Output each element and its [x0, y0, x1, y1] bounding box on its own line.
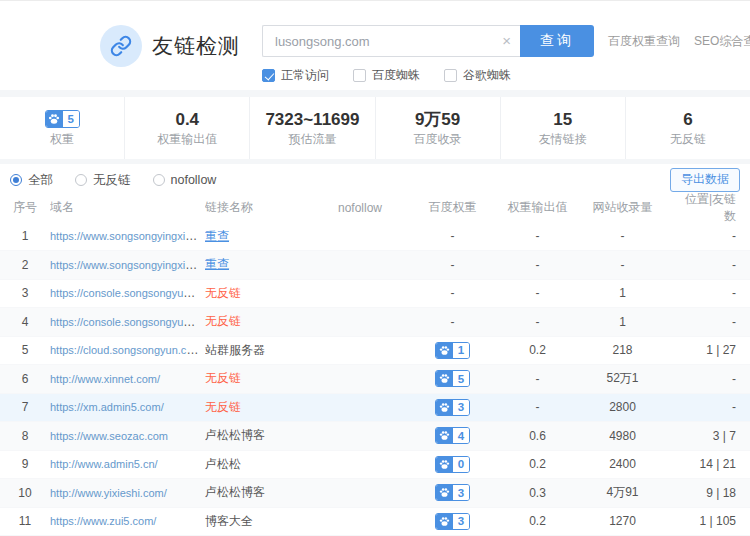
position-links-cell: 9 | 18 [675, 486, 750, 500]
domain-link[interactable]: https://www.songsongyingxiao.co... [50, 258, 205, 272]
table-row: 1 https://www.songsongyingxiao.com/ 重查 -… [0, 223, 750, 252]
header: 友链检测 × 查询 百度权重查询 SEO综合查询 正常访问 [0, 1, 750, 90]
table-row: 9 http://www.admin5.cn/ 卢松松 0 0.2 2400 1… [0, 451, 750, 480]
section-divider [0, 90, 750, 97]
domain-link[interactable]: http://www.yixieshi.com/ [50, 487, 167, 499]
indexed-count-cell: 218 [570, 343, 675, 357]
baidu-weight-value: 3 [453, 485, 469, 500]
baidu-weight-cell: - [400, 258, 505, 272]
row-index: 8 [0, 429, 50, 443]
domain-link[interactable]: https://console.songsongyun.com/... [50, 286, 205, 300]
baidu-paw-icon [436, 457, 453, 472]
radio-nofollow[interactable]: nofollow [153, 173, 217, 187]
weight-output-cell: - [505, 258, 570, 272]
col-header-nofollow: nofollow [320, 201, 400, 215]
chain-link-icon [100, 25, 142, 67]
domain-link[interactable]: https://www.zui5.com/ [50, 515, 156, 527]
domain-link[interactable]: https://xm.admin5.com/ [50, 401, 164, 413]
row-index: 3 [0, 286, 50, 300]
baidu-weight-value: 1 [453, 343, 469, 358]
baidu-weight-badge: 3 [435, 399, 470, 416]
baidu-weight-badge: 3 [435, 484, 470, 501]
baidu-weight-cell: 5 [400, 370, 505, 387]
stat-value: 9万59 [415, 111, 460, 128]
col-header-index: 序号 [0, 199, 50, 216]
position-links-cell: - [675, 286, 750, 300]
checkbox-normal-access[interactable]: 正常访问 [262, 67, 329, 84]
no-backlink-tag: 无反链 [205, 371, 241, 385]
row-index: 1 [0, 229, 50, 243]
domain-link[interactable]: http://www.xinnet.com/ [50, 373, 160, 385]
baidu-weight-value: 4 [453, 428, 469, 443]
checkbox-label: 谷歌蜘蛛 [463, 67, 511, 84]
baidu-paw-icon [436, 343, 453, 358]
domain-link[interactable]: http://www.admin5.cn/ [50, 458, 158, 470]
radio-all[interactable]: 全部 [10, 172, 53, 189]
table-row: 10 http://www.yixieshi.com/ 卢松松博客 3 0.3 … [0, 479, 750, 508]
checkbox-label: 正常访问 [281, 67, 329, 84]
position-links-cell: 14 | 21 [675, 457, 750, 471]
seo-comprehensive-query-link[interactable]: SEO综合查询 [694, 33, 750, 50]
domain-link[interactable]: https://www.songsongyingxiao.com/ [50, 229, 205, 243]
export-data-button[interactable]: 导出数据 [670, 168, 740, 192]
baidu-weight-badge: 4 [435, 427, 470, 444]
radio-label: nofollow [171, 173, 217, 187]
table-row: 5 https://cloud.songsongyun.com/ 站群服务器 1… [0, 337, 750, 366]
search-input[interactable] [262, 25, 520, 57]
domain-link[interactable]: https://cloud.songsongyun.com/ [50, 343, 205, 357]
baidu-paw-icon [46, 111, 63, 127]
checkbox-baidu-spider[interactable]: 百度蜘蛛 [353, 67, 420, 84]
row-index: 7 [0, 400, 50, 414]
link-name-cell: 无反链 [205, 399, 320, 416]
stat-label: 权重 [50, 133, 74, 145]
domain-link[interactable]: https://www.seozac.com [50, 430, 168, 442]
checkbox-google-spider[interactable]: 谷歌蜘蛛 [444, 67, 511, 84]
baidu-weight-badge: 1 [435, 342, 470, 359]
query-button[interactable]: 查询 [520, 25, 594, 57]
baidu-weight-badge: 0 [435, 456, 470, 473]
link-name-cell: 无反链 [205, 285, 320, 302]
link-name-cell: 无反链 [205, 313, 320, 330]
table-header: 序号 域名 链接名称 nofollow 百度权重 权重输出值 网站收录量 位置|… [0, 193, 750, 223]
stat-label: 预估流量 [288, 133, 336, 145]
baidu-weight-cell: 4 [400, 427, 505, 444]
baidu-weight-cell: - [400, 229, 505, 243]
link-name-cell: 卢松松博客 [205, 484, 320, 501]
recheck-link[interactable]: 重查 [205, 229, 229, 243]
indexed-count-cell: - [570, 258, 675, 272]
recheck-link[interactable]: 重查 [205, 257, 229, 271]
baidu-weight-cell: 3 [400, 484, 505, 501]
row-index: 6 [0, 372, 50, 386]
link-name-cell: 博客大全 [205, 513, 320, 530]
table-row: 6 http://www.xinnet.com/ 无反链 5 - 52万1 - [0, 365, 750, 394]
row-index: 10 [0, 486, 50, 500]
baidu-weight-cell: - [400, 315, 505, 329]
clear-input-icon[interactable]: × [502, 32, 511, 50]
row-index: 11 [0, 514, 50, 528]
baidu-weight-cell: 3 [400, 513, 505, 530]
stat-label: 百度收录 [414, 133, 462, 145]
stat-no-backlink: 6 无反链 [625, 97, 750, 159]
row-index: 4 [0, 315, 50, 329]
checkbox-icon [444, 69, 457, 82]
radio-icon [10, 174, 22, 186]
checkbox-label: 百度蜘蛛 [372, 67, 420, 84]
link-name-cell: 卢松松 [205, 456, 320, 473]
indexed-count-cell: 2800 [570, 400, 675, 414]
row-index: 9 [0, 457, 50, 471]
weight-output-cell: - [505, 400, 570, 414]
filter-bar: 全部 无反链 nofollow 导出数据 [0, 168, 750, 193]
indexed-count-cell: 1270 [570, 514, 675, 528]
domain-link[interactable]: https://console.songsongyun.com/l... [50, 315, 205, 329]
table-row: 4 https://console.songsongyun.com/l... 无… [0, 308, 750, 337]
indexed-count-cell: 4万91 [570, 484, 675, 501]
col-header-link-name: 链接名称 [205, 199, 320, 216]
stats-bar: 5 权重 0.4 权重输出值 7323~11699 预估流量 9万59 百度收录… [0, 97, 750, 159]
baidu-weight-cell: 0 [400, 456, 505, 473]
brand: 友链检测 [100, 25, 240, 67]
position-links-cell: - [675, 229, 750, 243]
radio-no-backlink[interactable]: 无反链 [75, 172, 131, 189]
baidu-weight-query-link[interactable]: 百度权重查询 [608, 33, 680, 50]
col-header-weight-output: 权重输出值 [505, 199, 570, 216]
position-links-cell: - [675, 258, 750, 272]
